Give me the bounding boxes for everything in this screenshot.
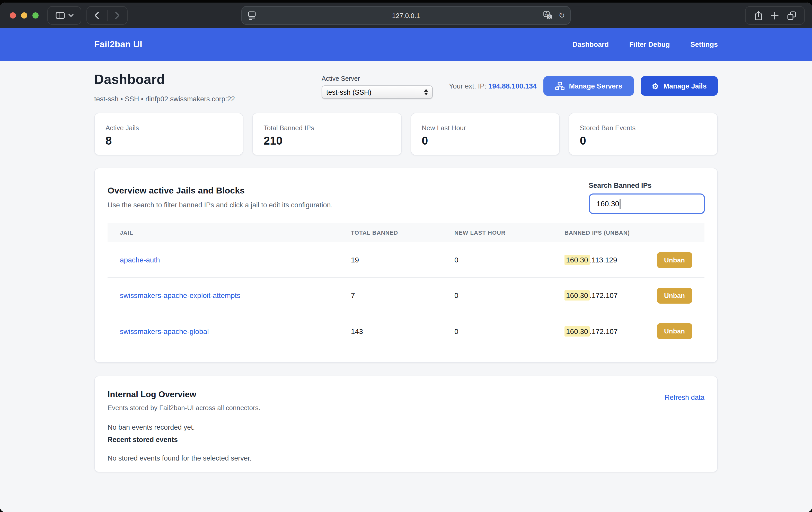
dashboard-header: Dashboard test-ssh • SSH • rlinfp02.swis… — [94, 69, 718, 113]
total-banned-value: 19 — [351, 256, 454, 264]
sitemap-icon — [555, 82, 564, 90]
ip-search-highlight: 160.30 — [564, 326, 590, 336]
stat-value: 0 — [580, 134, 707, 148]
overview-card: Overview active Jails and Blocks Use the… — [94, 168, 718, 363]
new-last-hour-value: 0 — [454, 327, 564, 335]
table-row: apache-auth 19 0 160.30.113.129 Unban — [108, 243, 704, 278]
external-ip-label: Your ext. IP: — [449, 82, 487, 90]
active-server-label: Active Server — [322, 75, 433, 82]
unban-button[interactable]: Unban — [657, 323, 692, 339]
no-stored-events-text: No stored events found for the selected … — [108, 454, 704, 462]
share-icon[interactable] — [754, 10, 762, 20]
jail-link[interactable]: swissmakers-apache-exploit-attempts — [120, 291, 351, 300]
app-brand: Fail2ban UI — [94, 39, 142, 50]
search-input[interactable]: 160.30 — [589, 194, 705, 214]
nav-link[interactable]: Filter Debug — [629, 41, 670, 48]
nav-link[interactable]: Dashboard — [573, 41, 609, 48]
search-group: Search Banned IPs 160.30 — [589, 182, 705, 214]
manage-servers-label: Manage Servers — [569, 82, 622, 90]
search-value: 160.30 — [597, 200, 619, 208]
page-subtitle: test-ssh • SSH • rlinfp02.swissmakers.co… — [94, 95, 235, 103]
ip-search-highlight: 160.30 — [564, 255, 590, 265]
col-total-banned: TOTAL BANNED — [351, 229, 454, 235]
ip-rest: .172.107 — [590, 291, 618, 300]
manage-jails-button[interactable]: ⚙ Manage Jails — [641, 76, 718, 96]
stat-value: 0 — [422, 134, 549, 148]
table-row: swissmakers-apache-exploit-attempts 7 0 … — [108, 278, 704, 313]
stats-cards: Active Jails 8 Total Banned IPs 210 New … — [94, 113, 718, 155]
log-card: Internal Log Overview Refresh data Event… — [94, 376, 718, 473]
external-ip: Your ext. IP: 194.88.100.134 — [449, 82, 537, 90]
banned-ip: 160.30.172.107 — [564, 291, 618, 300]
refresh-data-link[interactable]: Refresh data — [665, 394, 704, 401]
stat-label: Total Banned IPs — [264, 124, 390, 132]
manage-jails-label: Manage Jails — [663, 82, 706, 90]
nav-links: Dashboard Filter Debug Settings — [573, 41, 718, 48]
nav-link[interactable]: Settings — [690, 41, 718, 48]
address-bar-actions: A 文 ↻ — [544, 11, 565, 20]
active-server-value: test-ssh (SSH) — [326, 88, 372, 96]
window-controls — [10, 12, 38, 19]
back-button[interactable] — [87, 7, 107, 24]
chevron-down-icon — [68, 14, 73, 17]
address-bar[interactable]: 127.0.0.1 A 文 ↻ — [241, 6, 571, 25]
page-title: Dashboard — [94, 72, 165, 87]
stat-card: Total Banned IPs 210 — [252, 113, 402, 155]
active-server-group: Active Server test-ssh (SSH) — [322, 75, 433, 99]
total-banned-value: 143 — [351, 327, 454, 335]
new-last-hour-value: 0 — [454, 291, 564, 300]
sidebar-toggle-button[interactable] — [47, 6, 81, 25]
forward-button[interactable] — [107, 7, 127, 24]
new-last-hour-value: 0 — [454, 256, 564, 264]
stat-card: Active Jails 8 — [94, 113, 244, 155]
unban-button[interactable]: Unban — [657, 287, 692, 303]
external-ip-value: 194.88.100.134 — [488, 82, 537, 90]
stat-card: Stored Ban Events 0 — [569, 113, 718, 155]
ip-rest: .172.107 — [590, 327, 618, 335]
stat-label: New Last Hour — [422, 124, 549, 132]
stat-label: Active Jails — [106, 124, 232, 132]
screenshot-stage: 127.0.0.1 A 文 ↻ — [0, 0, 812, 512]
translate-icon[interactable]: A 文 — [544, 11, 552, 20]
stat-card: New Last Hour 0 — [410, 113, 560, 155]
table-row: swissmakers-apache-global 143 0 160.30.1… — [108, 313, 704, 349]
col-new-last-hour: NEW LAST HOUR — [454, 229, 564, 235]
reload-icon[interactable]: ↻ — [558, 11, 565, 19]
log-title: Internal Log Overview — [108, 390, 704, 399]
banned-ip-cell: 160.30.172.107 Unban — [564, 323, 692, 339]
svg-text:文: 文 — [548, 15, 551, 19]
unban-button[interactable]: Unban — [657, 252, 692, 268]
text-caret — [620, 199, 620, 209]
col-jail: JAIL — [120, 229, 351, 235]
page-body: Dashboard test-ssh • SSH • rlinfp02.swis… — [0, 69, 812, 512]
gear-icon: ⚙ — [652, 82, 659, 90]
titlebar-right-actions — [745, 6, 805, 25]
browser-window: 127.0.0.1 A 文 ↻ — [0, 3, 812, 512]
jail-link[interactable]: swissmakers-apache-global — [120, 327, 351, 335]
col-banned-ips: BANNED IPS (UNBAN) — [564, 229, 692, 235]
stat-value: 8 — [106, 134, 232, 148]
zoom-window-button[interactable] — [32, 12, 38, 19]
select-stepper-icon — [424, 89, 428, 95]
search-label: Search Banned IPs — [589, 182, 705, 189]
active-server-select[interactable]: test-ssh (SSH) — [322, 85, 433, 99]
banned-ip-cell: 160.30.172.107 Unban — [564, 287, 692, 303]
stat-label: Stored Ban Events — [580, 124, 707, 132]
manage-servers-button[interactable]: Manage Servers — [543, 76, 634, 96]
jail-link[interactable]: apache-auth — [120, 256, 351, 264]
history-nav — [86, 6, 127, 25]
app-navbar: Fail2ban UI Dashboard Filter Debug Setti… — [0, 28, 812, 61]
new-tab-icon[interactable] — [771, 11, 779, 19]
ip-rest: .113.129 — [590, 256, 617, 264]
recent-stored-events-title: Recent stored events — [108, 436, 704, 444]
no-ban-events-text: No ban events recorded yet. — [108, 424, 704, 431]
stat-value: 210 — [264, 134, 390, 148]
ip-search-highlight: 160.30 — [564, 290, 590, 301]
minimize-window-button[interactable] — [21, 12, 27, 19]
close-window-button[interactable] — [10, 12, 16, 19]
banned-ip: 160.30.113.129 — [564, 256, 617, 264]
sidebar-icon — [55, 12, 65, 19]
tab-overview-icon[interactable] — [787, 11, 796, 20]
banned-ip: 160.30.172.107 — [564, 327, 618, 335]
browser-titlebar: 127.0.0.1 A 文 ↻ — [0, 3, 812, 28]
